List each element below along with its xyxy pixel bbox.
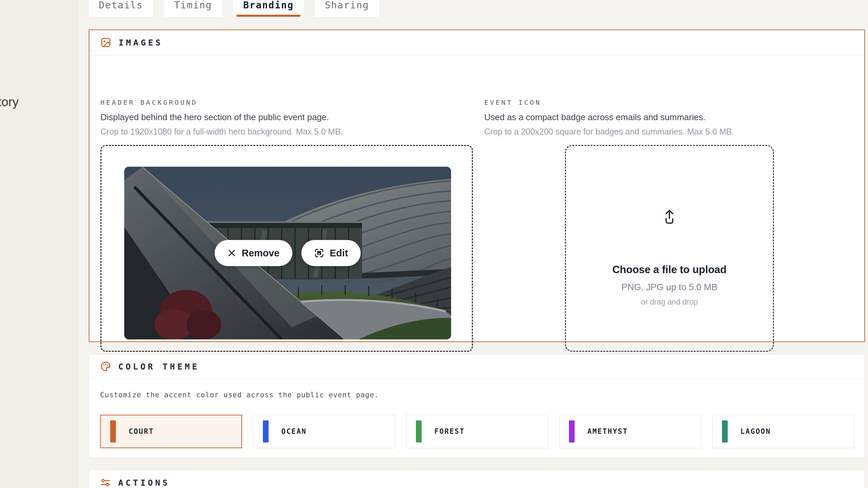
actions-title: ACTIONS xyxy=(118,478,170,488)
swatch-color-bar xyxy=(263,420,269,443)
event-icon-column: EVENT ICON Used as a compact badge acros… xyxy=(484,98,855,136)
images-section-card: IMAGES HEADER BACKGROUND Displayed behin… xyxy=(89,29,865,342)
x-icon xyxy=(227,249,236,257)
edit-image-button[interactable]: Edit xyxy=(301,240,361,266)
sliders-icon xyxy=(100,477,111,488)
header-background-dropzone[interactable]: Remove E xyxy=(100,145,473,352)
actions-section-card: ACTIONS xyxy=(89,469,865,488)
color-theme-section-card: COLOR THEME Customize the accent color u… xyxy=(89,354,865,458)
remove-image-button[interactable]: Remove xyxy=(215,240,292,266)
settings-tab-bar: Details Timing Branding Sharing xyxy=(89,0,379,17)
images-section-header: IMAGES xyxy=(89,30,864,56)
event-icon-dropzone[interactable]: Choose a file to upload PNG, JPG up to 5… xyxy=(565,145,774,352)
header-background-hint: Crop to 1920x1080 for a full-width hero … xyxy=(100,127,473,136)
theme-swatch-amethyst[interactable]: AMETHYST xyxy=(559,415,701,448)
theme-swatch-forest[interactable]: FOREST xyxy=(406,415,548,448)
tab-details[interactable]: Details xyxy=(89,0,153,17)
event-icon-description: Used as a compact badge across emails an… xyxy=(484,112,855,123)
upload-subtitle: PNG, JPG up to 5.0 MB xyxy=(622,282,718,293)
theme-swatch-lagoon[interactable]: LAGOON xyxy=(712,415,854,448)
crop-image-icon xyxy=(314,248,324,258)
actions-header: ACTIONS xyxy=(89,470,865,488)
preview-actions: Remove E xyxy=(124,167,451,339)
tab-branding[interactable]: Branding xyxy=(233,0,304,17)
theme-swatch-ocean[interactable]: OCEAN xyxy=(253,415,395,448)
color-theme-title: COLOR THEME xyxy=(118,362,199,371)
header-background-column: HEADER BACKGROUND Displayed behind the h… xyxy=(100,98,473,136)
tab-timing[interactable]: Timing xyxy=(164,0,222,17)
event-icon-label: EVENT ICON xyxy=(484,98,855,106)
header-background-label: HEADER BACKGROUND xyxy=(100,98,473,106)
upload-drag-hint: or drag and drop xyxy=(641,298,698,306)
image-icon xyxy=(100,37,111,48)
color-theme-header: COLOR THEME xyxy=(89,354,865,379)
upload-title: Choose a file to upload xyxy=(612,264,726,276)
swatch-color-bar xyxy=(416,420,422,443)
swatch-color-bar xyxy=(110,420,116,443)
palette-icon xyxy=(100,361,111,372)
sidebar-item-partial[interactable]: tory xyxy=(0,95,19,109)
theme-swatch-court[interactable]: COURT xyxy=(100,415,242,448)
upload-icon xyxy=(661,207,678,225)
event-icon-hint: Crop to a 200x200 square for badges and … xyxy=(484,127,855,136)
left-sidebar: tory xyxy=(0,0,78,488)
color-theme-description: Customize the accent color used across t… xyxy=(100,391,865,399)
theme-swatch-row: COURT OCEAN FOREST AMETHYST LAGOON xyxy=(100,415,854,448)
images-section-title: IMAGES xyxy=(119,38,163,47)
swatch-color-bar xyxy=(722,420,728,443)
header-background-preview: Remove E xyxy=(124,167,451,339)
swatch-color-bar xyxy=(569,420,575,443)
header-background-description: Displayed behind the hero section of the… xyxy=(100,112,473,123)
tab-sharing[interactable]: Sharing xyxy=(315,0,379,17)
